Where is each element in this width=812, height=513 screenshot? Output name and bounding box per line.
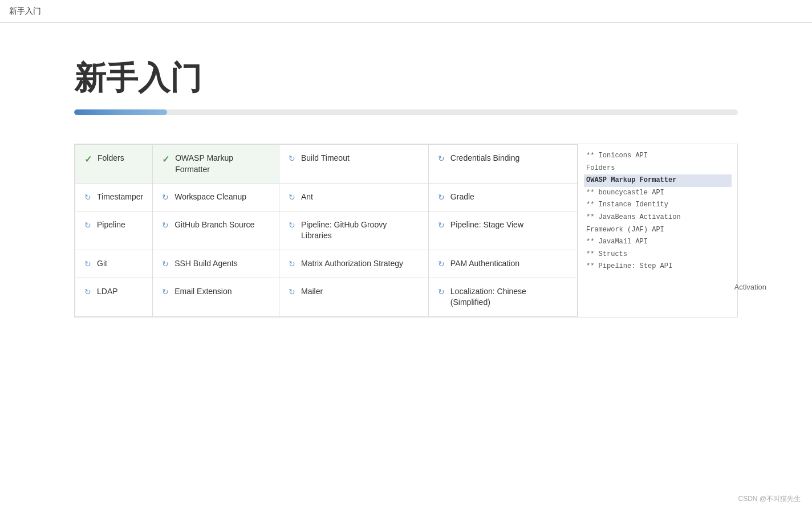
table-row: ↻ Git ↻ SSH Build Agents bbox=[75, 250, 578, 278]
info-line: ** JavaMail API bbox=[586, 236, 729, 249]
plugin-name: Email Extension bbox=[174, 286, 232, 298]
cell-pipeline-stage-view[interactable]: ↻ Pipeline: Stage View bbox=[428, 211, 577, 250]
cell-credentials-binding[interactable]: ↻ Credentials Binding bbox=[428, 145, 577, 184]
info-line: ** Ionicons API bbox=[586, 150, 729, 162]
cell-pam-authentication[interactable]: ↻ PAM Authentication bbox=[428, 250, 577, 278]
plugin-name: Mailer bbox=[301, 286, 323, 298]
plugin-name: Git bbox=[97, 258, 107, 270]
refresh-icon: ↻ bbox=[84, 221, 91, 230]
info-panel: ** Ionicons API Folders OWASP Markup For… bbox=[578, 144, 737, 317]
plugin-name: Gradle bbox=[450, 192, 474, 203]
top-bar: 新手入门 bbox=[0, 0, 812, 23]
cell-localization-chinese[interactable]: ↻ Localization: Chinese (Simplified) bbox=[428, 278, 577, 316]
plugin-name: Credentials Binding bbox=[450, 153, 519, 164]
activation-label: Activation bbox=[734, 283, 766, 291]
cell-build-timeout[interactable]: ↻ Build Timeout bbox=[279, 145, 428, 184]
plugin-name: Build Timeout bbox=[301, 153, 350, 164]
info-line: ** Structs bbox=[586, 249, 729, 261]
plugin-table: ✓ Folders ✓ OWASP Markup Formatter bbox=[75, 144, 578, 317]
cell-timestamper[interactable]: ↻ Timestamper bbox=[75, 184, 153, 211]
refresh-icon: ↻ bbox=[289, 154, 295, 163]
info-line: ** Instance Identity bbox=[586, 199, 729, 211]
plugin-name: PAM Authentication bbox=[450, 258, 519, 270]
refresh-icon: ↻ bbox=[438, 154, 445, 163]
plugin-name: Folders bbox=[98, 153, 124, 164]
plugin-name: LDAP bbox=[97, 286, 118, 298]
table-row: ↻ Pipeline ↻ GitHub Branch Source bbox=[75, 211, 578, 250]
check-icon: ✓ bbox=[162, 154, 169, 165]
plugin-name: SSH Build Agents bbox=[174, 258, 238, 270]
info-line: ** Pipeline: Step API bbox=[586, 260, 729, 273]
refresh-icon: ↻ bbox=[438, 193, 445, 202]
cell-matrix-authorization[interactable]: ↻ Matrix Authorization Strategy bbox=[279, 250, 428, 278]
refresh-icon: ↻ bbox=[162, 259, 169, 268]
table-row: ✓ Folders ✓ OWASP Markup Formatter bbox=[75, 145, 578, 184]
table-row: ↻ Timestamper ↻ Workspace Cleanup bbox=[75, 184, 578, 211]
cell-github-branch-source[interactable]: ↻ GitHub Branch Source bbox=[153, 211, 279, 250]
page-title: 新手入门 bbox=[74, 57, 738, 100]
refresh-icon: ↻ bbox=[438, 259, 445, 268]
refresh-icon: ↻ bbox=[84, 287, 91, 296]
cell-workspace-cleanup[interactable]: ↻ Workspace Cleanup bbox=[153, 184, 279, 211]
plugin-columns: ✓ Folders ✓ OWASP Markup Formatter bbox=[75, 144, 578, 317]
info-line: ** JavaBeans Activation bbox=[586, 211, 729, 224]
plugin-name: Workspace Cleanup bbox=[174, 192, 246, 203]
cell-pipeline-github-groovy[interactable]: ↻ Pipeline: GitHub Groovy Libraries bbox=[279, 211, 428, 250]
refresh-icon: ↻ bbox=[162, 221, 169, 230]
info-line-highlight: OWASP Markup Formatter bbox=[584, 174, 732, 187]
cell-pipeline[interactable]: ↻ Pipeline bbox=[75, 211, 153, 250]
cell-ant[interactable]: ↻ Ant bbox=[279, 184, 428, 211]
top-bar-title: 新手入门 bbox=[9, 6, 41, 17]
info-line: ** bouncycastle API bbox=[586, 187, 729, 199]
cell-email-extension[interactable]: ↻ Email Extension bbox=[153, 278, 279, 316]
cell-ldap[interactable]: ↻ LDAP bbox=[75, 278, 153, 316]
plugin-name: Pipeline: Stage View bbox=[450, 219, 523, 231]
plugin-name: Matrix Authorization Strategy bbox=[301, 258, 403, 270]
cell-git[interactable]: ↻ Git bbox=[75, 250, 153, 278]
refresh-icon: ↻ bbox=[289, 193, 295, 202]
refresh-icon: ↻ bbox=[289, 259, 295, 268]
refresh-icon: ↻ bbox=[438, 221, 445, 230]
check-icon: ✓ bbox=[84, 154, 92, 165]
plugin-name: OWASP Markup Formatter bbox=[175, 153, 270, 175]
cell-mailer[interactable]: ↻ Mailer bbox=[279, 278, 428, 316]
refresh-icon: ↻ bbox=[438, 287, 445, 296]
progress-container bbox=[74, 109, 738, 115]
info-line: Framework (JAF) API bbox=[586, 224, 729, 237]
cell-owasp[interactable]: ✓ OWASP Markup Formatter bbox=[153, 145, 279, 184]
refresh-icon: ↻ bbox=[84, 193, 91, 202]
plugin-name: Localization: Chinese (Simplified) bbox=[450, 286, 568, 308]
cell-ssh-build-agents[interactable]: ↻ SSH Build Agents bbox=[153, 250, 279, 278]
progress-bar bbox=[74, 109, 167, 115]
refresh-icon: ↻ bbox=[162, 287, 169, 296]
main-content: 新手入门 ✓ Folders bbox=[0, 23, 812, 340]
info-line: Folders bbox=[586, 162, 729, 175]
plugin-name: Pipeline: GitHub Groovy Libraries bbox=[301, 219, 419, 242]
refresh-icon: ↻ bbox=[162, 193, 169, 202]
plugin-name: Pipeline bbox=[97, 219, 125, 231]
table-row: ↻ LDAP ↻ Email Extension bbox=[75, 278, 578, 316]
plugin-name: GitHub Branch Source bbox=[174, 219, 254, 231]
plugin-name: Timestamper bbox=[97, 192, 143, 203]
plugin-name: Ant bbox=[301, 192, 313, 203]
refresh-icon: ↻ bbox=[289, 221, 295, 230]
refresh-icon: ↻ bbox=[84, 259, 91, 268]
refresh-icon: ↻ bbox=[289, 287, 295, 296]
cell-gradle[interactable]: ↻ Gradle bbox=[428, 184, 577, 211]
cell-folders[interactable]: ✓ Folders bbox=[75, 145, 153, 184]
plugin-grid: ✓ Folders ✓ OWASP Markup Formatter bbox=[74, 144, 738, 317]
